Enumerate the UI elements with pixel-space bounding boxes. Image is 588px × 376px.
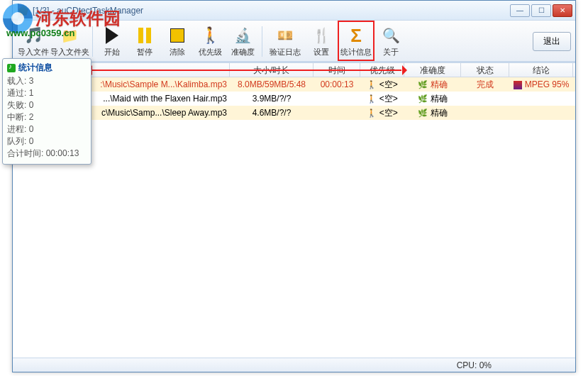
start-label: 开始 [104, 47, 120, 57]
runner-icon: 🚶 [367, 94, 377, 103]
stats-total-time: 合计时间: 00:00:13 [7, 148, 87, 160]
window-title: [1/3] - auCDtectTaskManager [33, 6, 510, 16]
col-status[interactable]: 状态 [461, 63, 509, 77]
leaf-icon: 🌿 [418, 94, 428, 103]
music-note-icon: 🎵 [24, 26, 43, 45]
table-body: :\Music\Sample M...\Kalimba.mp3 8.0MB/59… [13, 77, 575, 120]
pause-button[interactable]: 暂停 [128, 22, 161, 61]
close-button[interactable]: ✕ [553, 4, 572, 17]
app-icon [18, 6, 28, 16]
cpu-usage: CPU: 0% [457, 360, 492, 370]
cell-priority: 🚶 <空> [360, 79, 404, 91]
import-files-label: 导入文件 [18, 47, 49, 57]
folder-icon: 📁 [61, 27, 79, 44]
tuning-fork-icon: 🍴 [313, 27, 331, 44]
stats-progress: 进程: 0 [7, 123, 87, 136]
accuracy-label: 准确度 [231, 47, 255, 57]
priority-button[interactable]: 🚶 优先级 [194, 22, 226, 61]
cell-time: 00:00:13 [314, 79, 360, 89]
settings-button[interactable]: 🍴 设置 [305, 22, 338, 61]
stop-icon [170, 28, 184, 43]
cell-status: 完成 [461, 79, 509, 91]
cell-size: 8.0MB/59MB/5:48 [230, 79, 314, 89]
leaf-icon: 🌿 [418, 109, 428, 117]
play-icon [106, 27, 118, 44]
col-result[interactable]: 结论 [509, 63, 573, 77]
cell-priority: 🚶 <空> [360, 107, 404, 119]
start-button[interactable]: 开始 [96, 22, 128, 61]
priority-icon: 🚶 [201, 26, 220, 45]
leaf-icon: 🌿 [418, 80, 428, 89]
stats-title-text: 统计信息 [18, 62, 52, 74]
stats-queue: 队列: 0 [7, 136, 87, 148]
priority-label: 优先级 [199, 47, 222, 57]
cell-size: 4.6MB/?/? [230, 108, 314, 118]
annotation-arrow [84, 70, 401, 71]
cell-priority: 🚶 <空> [360, 93, 404, 105]
magnifier-icon: 🔍 [382, 27, 400, 44]
log-icon: 💴 [277, 28, 293, 43]
music-icon [7, 64, 16, 72]
about-button[interactable]: 🔍 关于 [375, 22, 407, 61]
microscope-icon: 🔬 [234, 27, 252, 44]
table-row[interactable]: c\Music\Samp...\Sleep Away.mp3 4.6MB/?/?… [13, 106, 575, 120]
verify-log-button[interactable]: 💴 验证日志 [265, 22, 305, 61]
cell-result: MPEG 95% [509, 79, 573, 89]
about-label: 关于 [383, 47, 399, 57]
import-folder-button[interactable]: 📁 导入文件夹 [50, 22, 89, 61]
settings-label: 设置 [314, 47, 329, 57]
runner-icon: 🚶 [367, 109, 377, 117]
accuracy-button[interactable]: 🔬 准确度 [226, 22, 259, 61]
import-files-button[interactable]: 🎵 导入文件 [17, 22, 50, 61]
maximize-button[interactable]: ☐ [531, 4, 551, 17]
stats-button[interactable]: Σ 统计信息 [338, 21, 375, 61]
sigma-icon: Σ [350, 25, 362, 47]
clear-label: 清除 [170, 47, 185, 57]
verify-log-label: 验证日志 [270, 47, 301, 57]
stats-label: 统计信息 [340, 47, 372, 57]
pause-icon [138, 28, 151, 43]
runner-icon: 🚶 [367, 80, 377, 89]
stats-aborted: 中断: 2 [7, 111, 87, 123]
minimize-button[interactable]: — [510, 4, 530, 17]
stats-popup-title: 统计信息 [7, 62, 87, 74]
table-row[interactable]: :\Music\Sample M...\Kalimba.mp3 8.0MB/59… [13, 77, 575, 92]
cell-accuracy: 🌿 精确 [404, 79, 461, 91]
stats-loaded: 载入: 3 [7, 75, 87, 87]
cell-accuracy: 🌿 精确 [404, 107, 461, 119]
app-window: [1/3] - auCDtectTaskManager — ☐ ✕ 🎵 导入文件… [12, 0, 576, 372]
import-folder-label: 导入文件夹 [50, 47, 89, 57]
stats-passed: 通过: 1 [7, 87, 87, 99]
titlebar[interactable]: [1/3] - auCDtectTaskManager — ☐ ✕ [13, 1, 575, 21]
table-row[interactable]: ...\Maid with the Flaxen Hair.mp3 3.9MB/… [13, 92, 575, 106]
cell-accuracy: 🌿 精确 [404, 93, 461, 105]
col-accuracy[interactable]: 准确度 [404, 63, 461, 77]
mpeg-icon [514, 81, 522, 89]
quit-button[interactable]: 退出 [533, 32, 571, 51]
stats-popup: 统计信息 载入: 3 通过: 1 失败: 0 中断: 2 进程: 0 队列: 0… [2, 58, 91, 165]
status-bar: CPU: 0% [13, 358, 575, 372]
stats-failed: 失败: 0 [7, 99, 87, 111]
toolbar-separator [262, 26, 262, 57]
toolbar-separator [92, 26, 93, 57]
cell-size: 3.9MB/?/? [230, 94, 314, 104]
toolbar: 🎵 导入文件 📁 导入文件夹 开始 暂停 清除 🚶 优先级 🔬 准确度 [13, 21, 575, 62]
pause-label: 暂停 [137, 47, 152, 57]
clear-button[interactable]: 清除 [161, 22, 194, 61]
